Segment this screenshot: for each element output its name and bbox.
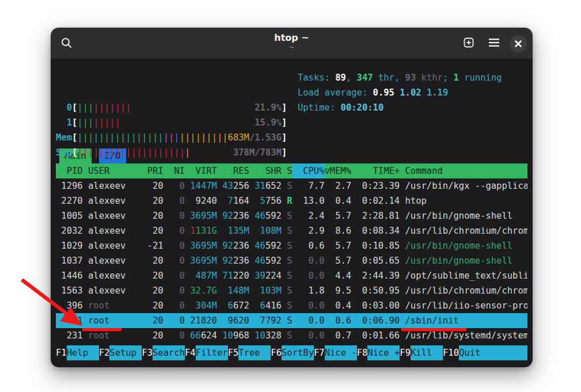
window-title: htop ~ [274, 32, 309, 44]
desktop: htop ~ ~ 0[||||||||||21.9%]1[| [0, 0, 581, 392]
process-row-1029[interactable]: 1029alexeev-2103695M9223646592S0.65.70:1… [56, 238, 527, 253]
new-tab-button[interactable] [460, 35, 477, 52]
meter-bars: ||||||||||21.9% [77, 100, 282, 115]
uptime-line: Uptime: 00:20:10 [298, 100, 502, 115]
fnkey-f5[interactable]: F5Tree [228, 345, 271, 360]
window-subtitle: ~ [274, 44, 309, 51]
hamburger-icon [489, 38, 499, 50]
search-icon [60, 37, 73, 51]
load-average-line: Load average: 0.95 1.02 1.19 [298, 85, 502, 100]
meter-bars: |||||||||||||||||||||378M/783M [77, 145, 282, 160]
menu-button[interactable] [485, 35, 503, 52]
process-row-396[interactable]: 396root200304M66726416S0.00.40:03.00/usr… [56, 298, 527, 313]
fnkey-f10[interactable]: F10Quit [443, 345, 527, 360]
meter-value: 15.9% [255, 115, 282, 130]
process-row-1446[interactable]: 1446alexeev200487M7122039224S0.04.42:44.… [56, 268, 527, 283]
process-row-1037[interactable]: 1037alexeev2003695M9223646592S0.05.70:05… [56, 253, 527, 268]
meter-label: Mem [56, 130, 72, 145]
meter-value: 683M/1.53G [228, 130, 282, 145]
meter-value: 21.9% [255, 100, 282, 115]
fnkey-f2[interactable]: F2Setup [99, 345, 142, 360]
tasks-line: Tasks: 89, 347 thr, 93 kthr; 1 running [298, 70, 502, 85]
terminal-window: htop ~ ~ 0[||||||||||21.9%]1[| [51, 28, 533, 367]
search-button[interactable] [58, 35, 75, 52]
close-button[interactable] [510, 35, 527, 52]
function-key-bar: F1HelpF2SetupF3SearchF4FilterF5TreeF6Sor… [56, 345, 527, 360]
titlebar[interactable]: htop ~ ~ [51, 28, 533, 59]
meter-label: 0 [56, 100, 72, 115]
htop-header-section: 0[||||||||||21.9%]1[||||||||15.9%]Mem[||… [56, 70, 527, 130]
htop-terminal[interactable]: 0[||||||||||21.9%]1[||||||||15.9%]Mem[||… [51, 59, 533, 367]
meter-swp: Swp[|||||||||||||||||||||378M/783M] [56, 145, 527, 160]
meter-label: 1 [56, 115, 72, 130]
tasks-load-uptime-summary: Tasks: 89, 347 thr, 93 kthr; 1 runningLo… [298, 70, 502, 115]
process-row-1005[interactable]: 1005alexeev2003695M9223646592S2.45.72:28… [56, 208, 527, 223]
fnkey-f8[interactable]: F8Nice + [357, 345, 400, 360]
fnkey-f6[interactable]: F6SortBy [271, 345, 314, 360]
meter-mem: Mem[||||||||||||||||||||||||||||683M/1.5… [56, 130, 527, 145]
process-row-1[interactable]: 1root2002182096207792S0.00.60:06.90/sbin… [56, 313, 527, 328]
new-tab-icon [463, 37, 474, 51]
meter-bars: ||||||||||||||||||||||||||||683M/1.53G [77, 130, 282, 145]
process-row-1563[interactable]: 1563alexeev20032.7G148M103MS1.89.50:50.9… [56, 283, 527, 298]
window-title-group: htop ~ ~ [274, 32, 309, 51]
fnkey-f9[interactable]: F9Kill [400, 345, 443, 360]
process-row-231[interactable]: 231root200666241096810328S0.00.70:01.66/… [56, 328, 527, 343]
fnkey-f7[interactable]: F7Nice - [314, 345, 357, 360]
meter-1: 1[||||||||15.9%] [56, 115, 527, 130]
close-icon [515, 39, 522, 50]
meter-label: Swp [56, 145, 72, 160]
fnkey-f1[interactable]: F1Help [56, 345, 99, 360]
process-row-2032[interactable]: 2032alexeev2001131G135M108MS2.98.60:08.3… [56, 223, 527, 238]
fnkey-f4[interactable]: F4Filter [185, 345, 228, 360]
fnkey-f3[interactable]: F3Search [142, 345, 185, 360]
meter-value: 378M/783M [233, 145, 282, 160]
meter-bars: ||||||||15.9% [77, 115, 282, 130]
